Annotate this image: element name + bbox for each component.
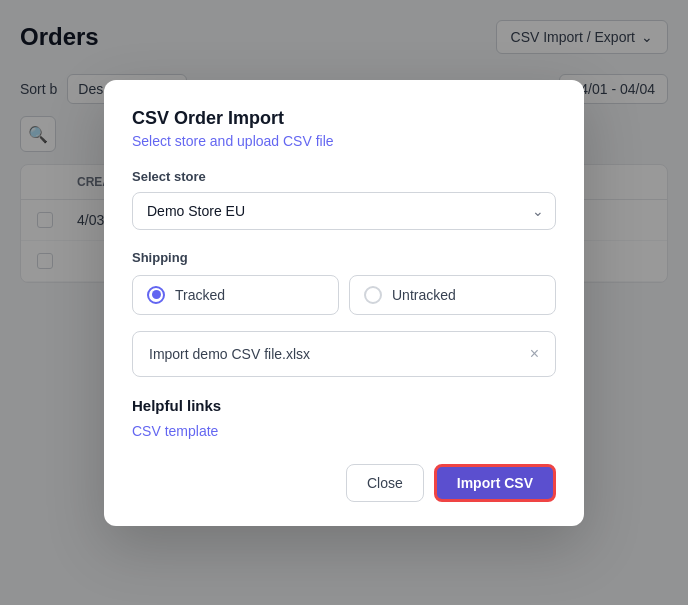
shipping-option-tracked[interactable]: Tracked <box>132 275 339 315</box>
csv-template-link[interactable]: CSV template <box>132 423 218 439</box>
tracked-label: Tracked <box>175 287 225 303</box>
modal-footer: Close Import CSV <box>132 464 556 502</box>
store-select[interactable]: Demo Store EU <box>132 192 556 230</box>
modal-subtitle: Select store and upload CSV file <box>132 133 556 149</box>
file-upload-area[interactable]: Import demo CSV file.xlsx × <box>132 331 556 377</box>
close-button[interactable]: Close <box>346 464 424 502</box>
file-name: Import demo CSV file.xlsx <box>149 346 310 362</box>
shipping-label: Shipping <box>132 250 556 265</box>
shipping-options: Tracked Untracked <box>132 275 556 315</box>
radio-tracked-fill <box>152 290 161 299</box>
radio-tracked <box>147 286 165 304</box>
modal-title: CSV Order Import <box>132 108 556 129</box>
radio-untracked <box>364 286 382 304</box>
modal-overlay: CSV Order Import Select store and upload… <box>0 0 688 605</box>
helpful-links-title: Helpful links <box>132 397 556 414</box>
helpful-links-section: Helpful links CSV template <box>132 397 556 440</box>
untracked-label: Untracked <box>392 287 456 303</box>
import-csv-button[interactable]: Import CSV <box>434 464 556 502</box>
shipping-option-untracked[interactable]: Untracked <box>349 275 556 315</box>
file-remove-icon[interactable]: × <box>530 346 539 362</box>
csv-import-modal: CSV Order Import Select store and upload… <box>104 80 584 526</box>
store-field-label: Select store <box>132 169 556 184</box>
store-select-wrapper: Demo Store EU ⌄ <box>132 192 556 230</box>
